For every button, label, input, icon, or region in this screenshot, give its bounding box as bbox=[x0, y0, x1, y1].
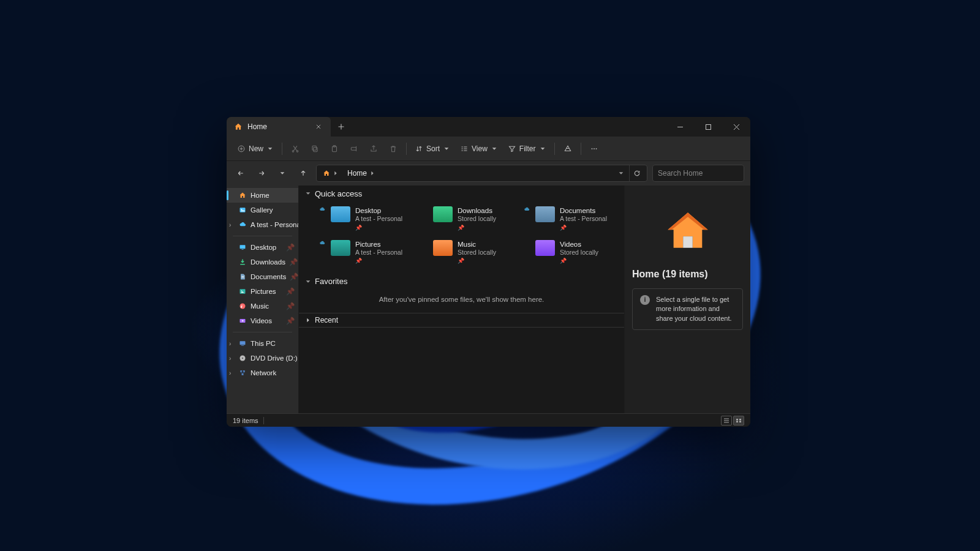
qa-name: Downloads bbox=[458, 206, 496, 215]
delete-button[interactable] bbox=[384, 140, 402, 157]
nav-pictures[interactable]: Pictures 📌 bbox=[227, 284, 298, 299]
svg-point-11 bbox=[595, 148, 597, 149]
address-history-dropdown[interactable] bbox=[614, 170, 628, 176]
new-button[interactable]: New bbox=[233, 140, 278, 157]
pin-icon: 📌 bbox=[458, 258, 496, 264]
quick-access-item[interactable]: MusicStored locally📌 bbox=[418, 238, 514, 268]
maximize-button[interactable] bbox=[694, 117, 722, 137]
music-icon bbox=[238, 302, 247, 311]
onedrive-button[interactable] bbox=[559, 140, 577, 157]
chevron-down-icon bbox=[305, 190, 311, 197]
chevron-down-icon bbox=[305, 279, 311, 285]
svg-rect-25 bbox=[241, 374, 243, 375]
nav-videos[interactable]: Videos 📌 bbox=[227, 313, 298, 328]
nav-music[interactable]: Music 📌 bbox=[227, 299, 298, 313]
svg-rect-27 bbox=[736, 419, 738, 421]
svg-point-14 bbox=[241, 209, 242, 210]
nav-network[interactable]: › Network bbox=[227, 365, 298, 380]
back-button[interactable] bbox=[233, 165, 249, 181]
nav-onedrive-personal[interactable]: › A test - Personal bbox=[227, 217, 298, 232]
up-button[interactable] bbox=[295, 165, 311, 181]
search-input[interactable] bbox=[658, 169, 750, 178]
forward-button[interactable] bbox=[254, 165, 270, 181]
svg-rect-23 bbox=[240, 370, 242, 372]
status-items: 19 items bbox=[233, 417, 258, 424]
paste-button[interactable] bbox=[325, 140, 344, 157]
nav-documents[interactable]: Documents 📌 bbox=[227, 269, 298, 284]
chevron-right-icon bbox=[305, 317, 311, 323]
nav-gallery[interactable]: Gallery bbox=[227, 203, 298, 217]
address-bar[interactable]: Home bbox=[316, 165, 647, 182]
sort-button[interactable]: Sort bbox=[410, 140, 454, 157]
tab-close-button[interactable] bbox=[314, 122, 323, 132]
info-icon: i bbox=[640, 295, 650, 305]
copy-button[interactable] bbox=[306, 140, 324, 157]
breadcrumb-home[interactable]: Home bbox=[344, 168, 379, 179]
cloud-icon bbox=[238, 220, 247, 230]
search-box[interactable] bbox=[652, 165, 744, 182]
tab-home[interactable]: Home bbox=[227, 117, 331, 137]
rename-button[interactable] bbox=[345, 140, 363, 157]
breadcrumb-home-icon[interactable] bbox=[319, 168, 342, 178]
filter-button[interactable]: Filter bbox=[503, 140, 551, 157]
details-view-toggle[interactable] bbox=[721, 416, 732, 425]
status-bar: 19 items bbox=[227, 413, 750, 427]
svg-rect-16 bbox=[239, 289, 245, 294]
svg-point-22 bbox=[241, 358, 243, 359]
quick-access-item[interactable]: VideosStored locally📌 bbox=[521, 238, 617, 268]
quick-access-grid: DesktopA test - Personal📌DownloadsStored… bbox=[299, 201, 624, 274]
chevron-right-icon: › bbox=[229, 340, 231, 347]
command-bar: New Sort View Filter bbox=[227, 137, 750, 161]
details-info-text: Select a single file to get more informa… bbox=[656, 295, 735, 323]
cut-button[interactable] bbox=[286, 140, 304, 157]
pin-icon: 📌 bbox=[286, 302, 295, 310]
qa-subtitle: A test - Personal bbox=[355, 249, 402, 257]
pictures-icon bbox=[238, 287, 247, 296]
sort-label: Sort bbox=[426, 144, 440, 153]
svg-rect-30 bbox=[739, 421, 741, 422]
window-controls bbox=[666, 117, 750, 137]
nav-desktop[interactable]: Desktop 📌 bbox=[227, 240, 298, 255]
nav-dvd[interactable]: › DVD Drive (D:) CCC bbox=[227, 351, 298, 365]
new-tab-button[interactable] bbox=[331, 117, 352, 137]
nav-downloads[interactable]: Downloads 📌 bbox=[227, 255, 298, 269]
quick-access-item[interactable]: DocumentsA test - Personal📌 bbox=[521, 204, 617, 234]
svg-rect-26 bbox=[683, 236, 693, 248]
share-button[interactable] bbox=[364, 140, 383, 157]
chevron-right-icon: › bbox=[229, 355, 231, 362]
svg-point-10 bbox=[594, 148, 595, 149]
quick-access-item[interactable]: DesktopA test - Personal📌 bbox=[316, 204, 412, 234]
pin-icon: 📌 bbox=[290, 272, 298, 281]
file-explorer-window: Home New Sort bbox=[227, 117, 750, 427]
section-favorites[interactable]: Favorites bbox=[299, 274, 624, 290]
quick-access-item[interactable]: PicturesA test - Personal📌 bbox=[316, 238, 412, 268]
minimize-button[interactable] bbox=[666, 117, 694, 137]
favorites-empty-text: After you've pinned some files, we'll sh… bbox=[299, 290, 624, 313]
close-window-button[interactable] bbox=[722, 117, 750, 137]
pin-icon: 📌 bbox=[286, 287, 295, 296]
section-quick-access[interactable]: Quick access bbox=[299, 186, 624, 201]
svg-rect-0 bbox=[706, 124, 710, 129]
navigation-row: Home bbox=[227, 161, 750, 186]
network-icon bbox=[238, 369, 247, 378]
pin-icon: 📌 bbox=[560, 258, 598, 264]
tab-title: Home bbox=[247, 122, 267, 131]
qa-name: Music bbox=[458, 240, 496, 249]
tiles-view-toggle[interactable] bbox=[733, 416, 744, 425]
view-button[interactable]: View bbox=[456, 140, 502, 157]
pc-icon bbox=[238, 339, 247, 348]
quick-access-item[interactable]: DownloadsStored locally📌 bbox=[418, 204, 514, 234]
nav-home[interactable]: Home bbox=[227, 188, 298, 203]
view-label: View bbox=[472, 144, 488, 153]
qa-name: Pictures bbox=[355, 240, 402, 249]
refresh-button[interactable] bbox=[629, 165, 644, 181]
nav-thispc[interactable]: › This PC bbox=[227, 336, 298, 351]
folder-icon bbox=[433, 240, 453, 256]
folder-icon bbox=[535, 240, 555, 256]
pin-icon: 📌 bbox=[355, 258, 402, 264]
content-area: Quick access DesktopA test - Personal📌Do… bbox=[299, 186, 624, 413]
section-recent[interactable]: Recent bbox=[299, 313, 624, 328]
more-button[interactable] bbox=[585, 140, 603, 157]
qa-name: Documents bbox=[560, 206, 607, 215]
recent-locations-button[interactable] bbox=[274, 165, 290, 181]
